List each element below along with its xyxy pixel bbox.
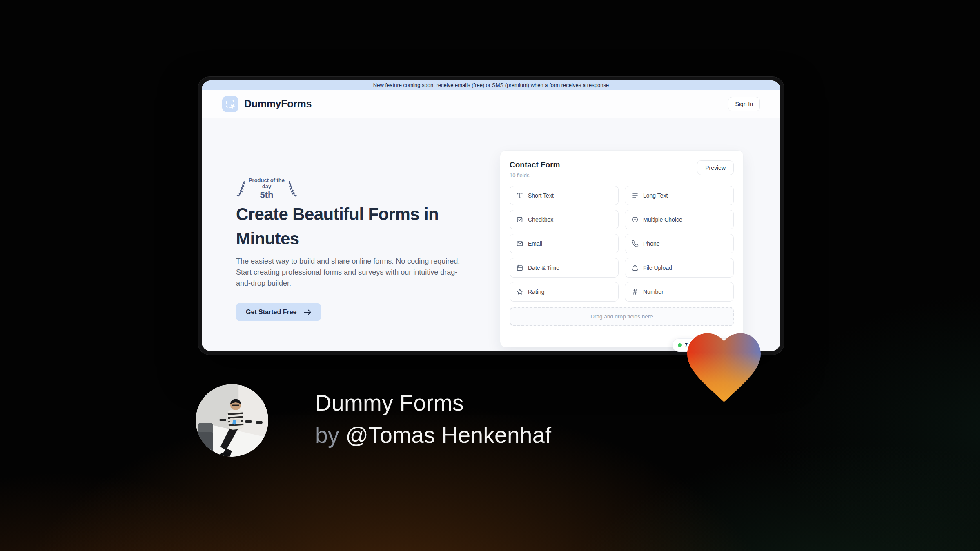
field-button-number[interactable]: Number bbox=[625, 282, 734, 302]
get-started-label: Get Started Free bbox=[246, 309, 296, 316]
get-started-button[interactable]: Get Started Free bbox=[236, 303, 321, 321]
cursor-arrow-icon bbox=[230, 104, 236, 109]
brand-logo[interactable]: DummyForms bbox=[222, 96, 312, 112]
preview-button[interactable]: Preview bbox=[697, 160, 734, 175]
hash-icon bbox=[631, 288, 639, 296]
laurel-right-icon bbox=[287, 178, 297, 200]
hero-subtext: The easiest way to build and share onlin… bbox=[236, 256, 472, 289]
laurel-left-icon bbox=[236, 178, 246, 200]
envelope-icon bbox=[516, 240, 523, 248]
field-button-file-upload[interactable]: File Upload bbox=[625, 258, 734, 278]
hero-section: Product of the day 5th bbox=[202, 118, 780, 351]
radio-icon bbox=[631, 216, 639, 224]
arrow-right-icon bbox=[304, 309, 311, 315]
site-page: New feature coming soon: receive emails … bbox=[202, 80, 780, 351]
field-label: Date & Time bbox=[528, 264, 559, 271]
maker-avatar bbox=[196, 384, 268, 457]
byline-prefix: by bbox=[315, 422, 339, 448]
short-text-icon bbox=[516, 192, 523, 200]
credit-title: Dummy Forms bbox=[315, 387, 551, 419]
dummyforms-logo-icon bbox=[222, 96, 238, 112]
online-dot-icon bbox=[678, 343, 682, 347]
checkbox-icon bbox=[516, 216, 523, 224]
award-title: Product of the day bbox=[247, 177, 285, 189]
sign-in-button[interactable]: Sign In bbox=[728, 97, 760, 111]
credit-byline: by @Tomas Henkenhaf bbox=[315, 419, 551, 451]
site-navbar: DummyForms Sign In bbox=[202, 90, 780, 118]
brand-name: DummyForms bbox=[244, 98, 312, 110]
field-label: Phone bbox=[643, 240, 659, 247]
announcement-banner: New feature coming soon: receive emails … bbox=[202, 80, 780, 90]
field-label: File Upload bbox=[643, 264, 672, 271]
form-field-count: 10 fields bbox=[510, 172, 560, 178]
field-label: Email bbox=[528, 240, 542, 247]
field-label: Long Text bbox=[643, 192, 668, 199]
calendar-icon bbox=[516, 264, 523, 272]
browser-window: New feature coming soon: receive emails … bbox=[198, 76, 784, 355]
upload-icon bbox=[631, 264, 639, 272]
field-type-grid: Short TextLong TextCheckboxMultiple Choi… bbox=[510, 186, 734, 302]
product-of-the-day-badge: Product of the day 5th bbox=[236, 177, 297, 200]
drag-drop-zone[interactable]: Drag and drop fields here bbox=[510, 307, 734, 326]
field-button-email[interactable]: Email bbox=[510, 234, 619, 253]
phone-icon bbox=[631, 240, 639, 248]
hero-headline: Create Beautiful Forms in Minutes bbox=[236, 202, 459, 251]
award-rank: 5th bbox=[247, 190, 285, 200]
field-label: Rating bbox=[528, 289, 544, 295]
long-text-icon bbox=[631, 192, 639, 200]
form-title: Contact Form bbox=[510, 160, 560, 169]
field-button-multiple-choice[interactable]: Multiple Choice bbox=[625, 210, 734, 229]
field-button-checkbox[interactable]: Checkbox bbox=[510, 210, 619, 229]
field-label: Multiple Choice bbox=[643, 216, 682, 223]
field-button-rating[interactable]: Rating bbox=[510, 282, 619, 302]
byline-handle: @Tomas Henkenhaf bbox=[345, 422, 551, 448]
field-label: Short Text bbox=[528, 192, 554, 199]
field-button-phone[interactable]: Phone bbox=[625, 234, 734, 253]
gradient-heart-icon bbox=[684, 331, 764, 404]
form-builder-card: Contact Form 10 fields Preview Short Tex… bbox=[500, 150, 744, 347]
field-button-long-text[interactable]: Long Text bbox=[625, 186, 734, 205]
field-button-date-time[interactable]: Date & Time bbox=[510, 258, 619, 278]
field-label: Checkbox bbox=[528, 216, 553, 223]
credit-text: Dummy Forms by @Tomas Henkenhaf bbox=[315, 387, 551, 451]
promo-canvas: New feature coming soon: receive emails … bbox=[0, 0, 980, 551]
field-button-short-text[interactable]: Short Text bbox=[510, 186, 619, 205]
field-label: Number bbox=[643, 289, 664, 295]
star-icon bbox=[516, 288, 523, 296]
